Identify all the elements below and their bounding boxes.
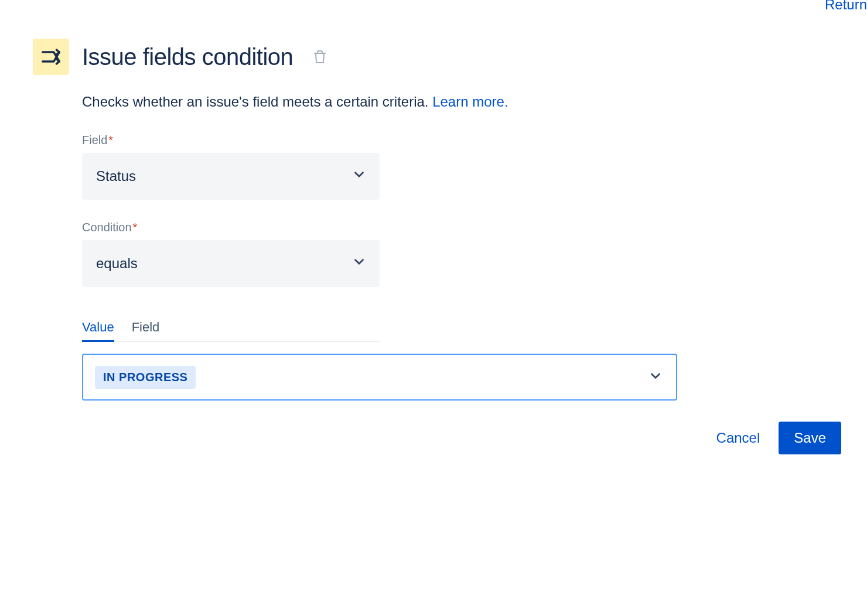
chevron-down-icon (351, 254, 367, 273)
save-button[interactable]: Save (779, 422, 841, 454)
value-tabs: Value Field (82, 320, 380, 342)
field-label-text: Field (82, 134, 107, 146)
required-indicator: * (108, 134, 113, 146)
tab-field[interactable]: Field (132, 320, 160, 341)
return-link[interactable]: Return (825, 0, 867, 13)
delete-button[interactable] (313, 49, 327, 64)
value-select[interactable]: IN PROGRESS (82, 354, 677, 401)
chevron-down-icon (648, 368, 663, 386)
required-indicator: * (133, 221, 138, 234)
description-text: Checks whether an issue's field meets a … (82, 94, 432, 109)
status-lozenge: IN PROGRESS (95, 366, 196, 389)
field-select[interactable]: Status (82, 153, 380, 200)
chevron-down-icon (351, 167, 367, 186)
condition-label-text: Condition (82, 221, 132, 234)
condition-select-value: equals (96, 255, 138, 272)
condition-label: Condition* (82, 221, 818, 234)
field-select-value: Status (96, 168, 136, 184)
crossroads-icon (40, 46, 62, 68)
learn-more-link[interactable]: Learn more. (432, 94, 508, 109)
condition-select[interactable]: equals (82, 240, 380, 287)
page-title: Issue fields condition (82, 44, 293, 70)
cancel-button[interactable]: Cancel (716, 430, 760, 446)
trash-icon (313, 49, 327, 64)
field-label: Field* (82, 134, 818, 147)
condition-icon-tile (33, 39, 69, 75)
tab-value[interactable]: Value (82, 320, 114, 341)
description: Checks whether an issue's field meets a … (82, 91, 818, 112)
